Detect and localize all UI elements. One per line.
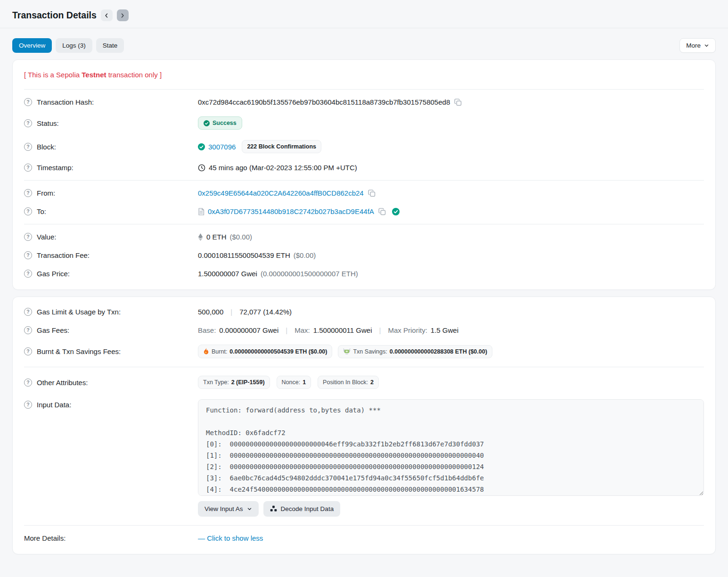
from-row: ? From: 0x259c49E65644a020C2A642260a4ffB… [24,184,704,202]
transaction-details-page: Transaction Details Overview Logs (3) St… [0,0,728,563]
value-label: Value: [37,233,56,241]
block-label: Block: [37,143,56,151]
money-wings-icon [343,348,351,354]
help-icon[interactable]: ? [24,98,32,106]
block-row: ? Block: 3007096 222 Block Confirmations [24,135,704,158]
section-divider [24,367,704,367]
nonce-badge: Nonce: 1 [277,376,311,389]
gas-price-amount: 1.500000007 Gwei [198,270,257,278]
value-usd: ($0.00) [230,233,253,241]
tab-overview[interactable]: Overview [12,38,52,53]
gas-price-eth: (0.000000001500000007 ETH) [261,270,358,278]
previous-transaction-button[interactable] [101,9,113,21]
txn-savings-badge-label: Txn Savings: [353,348,387,355]
to-address-link[interactable]: 0xA3f07D6773514480b918C2742b027b3acD9E44… [208,207,374,215]
other-attributes-row: ? Other Attributes: Txn Type: 2 (EIP-155… [24,371,704,394]
help-icon[interactable]: ? [24,143,32,151]
section-divider [24,89,704,90]
separator: | [376,326,385,334]
txn-savings-badge: Txn Savings: 0.000000000000288308 ETH ($… [338,345,492,358]
tab-state[interactable]: State [96,38,124,53]
more-details-row: More Details: — Click to show less [24,529,704,547]
help-icon[interactable]: ? [24,401,32,409]
section-divider [24,224,704,224]
gas-limit-usage-label: Gas Limit & Usage by Txn: [37,308,121,316]
transaction-fee-label: Transaction Fee: [37,251,90,259]
verified-check-circle-icon [392,208,400,215]
decode-cubes-icon [270,505,277,512]
copy-transaction-hash-button[interactable] [453,99,463,106]
gas-price-label: Gas Price: [37,270,70,278]
status-row: ? Status: Success [24,111,704,135]
help-icon[interactable]: ? [24,164,32,172]
from-address-link[interactable]: 0x259c49E65644a020C2A642260a4ffB0CD862cb… [198,189,364,197]
tab-logs[interactable]: Logs (3) [56,38,92,53]
input-data-textarea[interactable]: Function: forward(address to,bytes data)… [198,399,704,496]
to-label: To: [37,207,46,215]
copy-icon [378,208,386,215]
timestamp-label: Timestamp: [37,164,74,172]
view-input-as-label: View Input As [204,505,243,512]
help-icon[interactable]: ? [24,326,32,334]
help-icon[interactable]: ? [24,379,32,387]
to-row: ? To: 0xA3f07D6773514480b918C2742b027b3a… [24,202,704,221]
gas-limit-value: 500,000 [198,308,223,316]
help-icon[interactable]: ? [24,189,32,197]
page-title: Transaction Details [12,10,97,21]
next-transaction-button[interactable] [117,9,129,21]
testnet-warning: [ This is a Sepolia Testnet transaction … [24,63,704,86]
decode-input-data-label: Decode Input Data [281,505,334,512]
chevron-down-icon [247,506,252,511]
help-icon[interactable]: ? [24,119,32,127]
transaction-hash-row: ? Transaction Hash: 0xc72d984ccac6190b5f… [24,93,704,111]
help-icon[interactable]: ? [24,347,32,355]
gas-fees-row: ? Gas Fees: Base: 0.000000007 Gwei | Max… [24,321,704,339]
copy-from-address-button[interactable] [367,190,376,197]
copy-icon [454,99,462,106]
other-attributes-label: Other Attributes: [37,379,88,387]
overview-card-main: [ This is a Sepolia Testnet transaction … [12,59,716,290]
transaction-fee-usd: ($0.00) [294,251,316,259]
max-priority-fee-label: Max Priority: [388,326,427,334]
page-header: Transaction Details [12,0,716,21]
block-confirmations-badge: 222 Block Confirmations [242,140,321,153]
view-input-as-button[interactable]: View Input As [198,501,259,517]
show-less-link[interactable]: — Click to show less [198,534,263,542]
base-fee-value: 0.000000007 Gwei [219,326,278,334]
check-circle-icon [198,143,205,150]
help-icon[interactable]: ? [24,207,32,215]
status-label: Status: [37,119,59,127]
burnt-fees-badge-value: 0.000000000000504539 ETH ($0.00) [229,348,327,355]
clock-icon [198,164,205,172]
transaction-hash-value: 0xc72d984ccac6190b5f135576eb97b03604bc81… [198,98,450,106]
check-circle-icon [204,120,210,126]
transaction-fee-amount: 0.000108115500504539 ETH [198,251,290,259]
gas-usage-value: 72,077 (14.42%) [239,308,292,316]
overview-card-details: ? Gas Limit & Usage by Txn: 500,000 | 72… [12,297,716,554]
help-icon[interactable]: ? [24,251,32,259]
max-priority-fee-value: 1.5 Gwei [431,326,458,334]
burnt-fees-badge: Burnt: 0.000000000000504539 ETH ($0.00) [198,345,332,358]
from-label: From: [37,189,55,197]
more-dropdown-button[interactable]: More [679,38,716,53]
block-number-link[interactable]: 3007096 [208,143,236,151]
chevron-down-icon [704,43,709,48]
testnet-warning-suffix: transaction only ] [106,71,162,79]
eth-icon [198,233,203,241]
copy-to-address-button[interactable] [377,208,387,215]
testnet-warning-bold: Testnet [82,71,106,79]
input-data-row: ? Input Data: Function: forward(address … [24,394,704,522]
value-row: ? Value: 0 ETH ($0.00) [24,228,704,246]
contract-file-icon [198,208,204,215]
status-badge-label: Success [213,120,237,126]
help-icon[interactable]: ? [24,233,32,241]
position-in-block-badge: Position In Block: 2 [318,376,379,389]
status-badge: Success [198,116,242,130]
txn-type-badge: Txn Type: 2 (EIP-1559) [198,376,270,389]
flame-icon [203,348,209,355]
decode-input-data-button[interactable]: Decode Input Data [263,501,341,517]
transaction-hash-label: Transaction Hash: [37,98,94,106]
more-details-label: More Details: [24,534,65,542]
help-icon[interactable]: ? [24,270,32,278]
help-icon[interactable]: ? [24,308,32,316]
